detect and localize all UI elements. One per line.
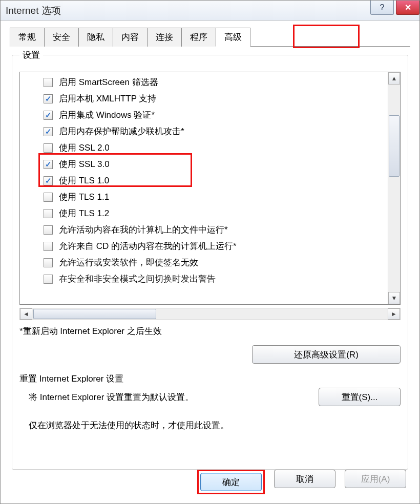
settings-list-wrap: 启用 SmartScreen 筛选器 启用本机 XMLHTTP 支持 启用集成 … (19, 72, 401, 305)
item-label: 使用 TLS 1.1 (59, 190, 109, 204)
list-item[interactable]: 使用 TLS 1.2 (20, 205, 388, 222)
scroll-thumb[interactable] (389, 115, 400, 177)
restore-row: 还原高级设置(R) (19, 345, 401, 364)
titlebar-buttons: ? ✕ (370, 1, 419, 15)
checkbox-icon[interactable] (44, 275, 53, 284)
internet-options-dialog: Internet 选项 ? ✕ 常规 安全 隐私 内容 连接 程序 高级 设置 … (0, 0, 420, 504)
ok-button[interactable]: 确定 (200, 473, 262, 491)
dialog-buttons: 确定 取消 应用(A) (12, 470, 408, 496)
tab-security[interactable]: 安全 (44, 28, 79, 47)
item-label: 启用 SmartScreen 筛选器 (59, 75, 158, 90)
scroll-thumb[interactable] (33, 309, 156, 319)
window-title: Internet 选项 (6, 4, 61, 17)
checkbox-icon[interactable] (44, 127, 53, 136)
tab-connections[interactable]: 连接 (147, 28, 182, 47)
tab-content[interactable]: 内容 (113, 28, 148, 47)
reset-heading: 重置 Internet Explorer 设置 (19, 373, 401, 385)
item-label: 允许运行或安装软件，即使签名无效 (59, 256, 198, 270)
vertical-scrollbar[interactable]: ▲ ▼ (388, 72, 400, 304)
list-item[interactable]: 允许活动内容在我的计算机上的文件中运行* (20, 222, 388, 238)
list-item[interactable]: 启用 SmartScreen 筛选器 (20, 74, 388, 91)
scroll-track[interactable] (388, 85, 400, 292)
settings-list[interactable]: 启用 SmartScreen 筛选器 启用本机 XMLHTTP 支持 启用集成 … (20, 72, 388, 304)
list-item[interactable]: 允许运行或安装软件，即使签名无效 (20, 255, 388, 271)
help-icon: ? (380, 3, 385, 12)
checkbox-icon[interactable] (44, 193, 53, 202)
tab-advanced[interactable]: 高级 (216, 28, 250, 47)
checkbox-icon[interactable] (44, 258, 53, 267)
item-label: 使用 SSL 3.0 (59, 157, 110, 172)
list-item[interactable]: 使用 TLS 1.1 (20, 189, 388, 205)
scroll-left-icon[interactable]: ◄ (20, 308, 32, 320)
checkbox-icon[interactable] (44, 225, 53, 235)
help-button[interactable]: ? (370, 1, 394, 15)
cancel-button[interactable]: 取消 (274, 470, 335, 488)
settings-group: 设置 启用 SmartScreen 筛选器 启用本机 XMLHTTP 支持 启用… (12, 55, 408, 470)
list-item[interactable]: 启用本机 XMLHTTP 支持 (20, 91, 388, 107)
scroll-up-icon[interactable]: ▲ (388, 72, 400, 85)
close-button[interactable]: ✕ (396, 1, 419, 15)
reset-section: 重置 Internet Explorer 设置 将 Internet Explo… (19, 373, 401, 462)
highlight-ok: 确定 (197, 470, 265, 494)
reset-desc: 将 Internet Explorer 设置重置为默认设置。 (19, 391, 194, 403)
checkbox-icon[interactable] (44, 111, 53, 120)
checkbox-icon[interactable] (44, 160, 53, 169)
item-label: 启用内存保护帮助减少联机攻击* (59, 124, 184, 139)
checkbox-icon[interactable] (44, 209, 53, 218)
settings-group-label: 设置 (19, 49, 43, 61)
tabs: 常规 安全 隐私 内容 连接 程序 高级 (10, 27, 410, 47)
checkbox-icon[interactable] (44, 94, 53, 103)
item-label: 启用本机 XMLHTTP 支持 (59, 92, 156, 106)
horizontal-scrollbar[interactable]: ◄ ► (19, 308, 401, 320)
tab-general[interactable]: 常规 (10, 28, 45, 47)
content-area: 设置 启用 SmartScreen 筛选器 启用本机 XMLHTTP 支持 启用… (1, 47, 419, 503)
checkbox-icon[interactable] (44, 176, 53, 185)
tab-programs[interactable]: 程序 (181, 28, 216, 47)
item-label: 在安全和非安全模式之间切换时发出警告 (59, 272, 216, 286)
tabs-area: 常规 安全 隐私 内容 连接 程序 高级 (1, 21, 419, 47)
tab-privacy[interactable]: 隐私 (78, 28, 113, 47)
reset-note: 仅在浏览器处于无法使用的状态时，才使用此设置。 (29, 419, 401, 431)
list-item[interactable]: 启用集成 Windows 验证* (20, 107, 388, 123)
list-item[interactable]: 允许来自 CD 的活动内容在我的计算机上运行* (20, 238, 388, 255)
list-item[interactable]: 使用 SSL 3.0 (20, 156, 388, 173)
close-icon: ✕ (405, 3, 411, 12)
reset-button[interactable]: 重置(S)... (319, 388, 401, 406)
list-item[interactable]: 使用 SSL 2.0 (20, 140, 388, 156)
list-item[interactable]: 启用内存保护帮助减少联机攻击* (20, 123, 388, 140)
checkbox-icon[interactable] (44, 143, 53, 153)
item-label: 使用 SSL 2.0 (59, 141, 110, 155)
restart-note: *重新启动 Internet Explorer 之后生效 (19, 325, 401, 337)
scroll-track[interactable] (32, 308, 388, 320)
reset-row: 将 Internet Explorer 设置重置为默认设置。 重置(S)... (19, 388, 401, 406)
list-item[interactable]: 在安全和非安全模式之间切换时发出警告 (20, 271, 388, 287)
restore-advanced-button[interactable]: 还原高级设置(R) (252, 345, 401, 364)
item-label: 允许来自 CD 的活动内容在我的计算机上运行* (59, 239, 237, 254)
item-label: 启用集成 Windows 验证* (59, 108, 155, 122)
item-label: 允许活动内容在我的计算机上的文件中运行* (59, 223, 228, 237)
item-label: 使用 TLS 1.0 (59, 174, 109, 188)
item-label: 使用 TLS 1.2 (59, 206, 109, 221)
titlebar: Internet 选项 ? ✕ (1, 1, 419, 21)
scroll-down-icon[interactable]: ▼ (388, 292, 400, 304)
list-item[interactable]: 使用 TLS 1.0 (20, 173, 388, 189)
apply-button[interactable]: 应用(A) (345, 470, 406, 488)
scroll-right-icon[interactable]: ► (388, 308, 400, 320)
checkbox-icon[interactable] (44, 242, 53, 251)
checkbox-icon[interactable] (44, 78, 53, 87)
